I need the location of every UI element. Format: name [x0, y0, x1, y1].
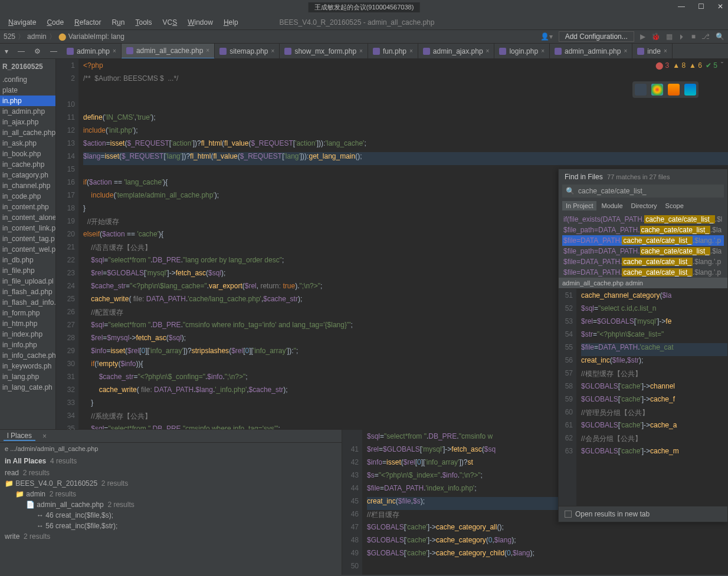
project-item[interactable]: in_content.php: [0, 202, 55, 212]
fif-result[interactable]: $file=DATA_PATH.cache_cate/cate_list_.$l…: [562, 256, 724, 267]
project-item[interactable]: in_content_alone: [0, 212, 55, 223]
usage-item[interactable]: write 2 results: [0, 531, 342, 542]
project-item[interactable]: in_index.php: [0, 329, 55, 340]
tab-admin_all_cache.php[interactable]: admin_all_cache.php×: [122, 44, 215, 59]
menu-navigate[interactable]: Navigate: [4, 17, 41, 28]
project-item[interactable]: in_db.php: [0, 255, 55, 265]
project-item[interactable]: in_all_cache.php: [0, 127, 55, 138]
tab-sitemap.php[interactable]: sitemap.php×: [215, 44, 280, 59]
fif-result[interactable]: $file=DATA_PATH.cache_cate/cate_list_.$l…: [562, 235, 724, 246]
project-root[interactable]: R_20160525: [0, 59, 55, 74]
scope-module[interactable]: Module: [598, 201, 626, 210]
scope-directory[interactable]: Directory: [628, 201, 661, 210]
project-item[interactable]: in_flash_ad.php: [0, 287, 55, 297]
user-icon[interactable]: 👤▾: [540, 32, 553, 41]
tab-places[interactable]: l Places: [4, 432, 35, 441]
phpstorm-icon[interactable]: [635, 84, 647, 96]
add-configuration-button[interactable]: Add Configuration...: [559, 31, 634, 42]
breadcrumbs: 525〉 admin〉 ⬤ VariableImpl: lang: [4, 32, 124, 42]
fif-result[interactable]: $file_path=DATA_PATH.cache_cate/cate_lis…: [562, 225, 724, 235]
firefox-icon[interactable]: [668, 84, 680, 96]
git-icon[interactable]: ⎇: [701, 32, 710, 41]
profiler-icon[interactable]: ⏵: [678, 32, 686, 41]
find-usages-panel[interactable]: l Places × e .../admin/admin_all_cache.p…: [0, 430, 342, 575]
minimize-icon[interactable]: —: [678, 2, 685, 11]
tab-admin.php[interactable]: admin.php×: [62, 44, 122, 59]
hide-icon[interactable]: —: [45, 47, 62, 55]
fif-result[interactable]: $file=DATA_PATH.cache_cate/cate_list_.$l…: [562, 267, 724, 278]
window-file-title: BEES_V4.0_R_20160525 - admin_all_cache.p…: [280, 18, 435, 27]
search-icon[interactable]: 🔍: [716, 32, 724, 41]
fif-query[interactable]: cache_cate/cate_list_: [578, 187, 646, 195]
run-icon[interactable]: ▶: [640, 32, 645, 41]
project-item[interactable]: in_cache.php: [0, 159, 55, 170]
crumb-0[interactable]: 525: [4, 32, 15, 41]
project-item[interactable]: in_lang.php: [0, 371, 55, 382]
tab-admin_admin.php[interactable]: admin_admin.php×: [550, 44, 632, 59]
usage-item[interactable]: 📁 admin 2 results: [0, 489, 342, 499]
fif-result[interactable]: $file_path=DATA_PATH.cache_cate/cate_lis…: [562, 246, 724, 256]
menu-run[interactable]: Run: [107, 17, 129, 28]
inspection-widget[interactable]: ⬤ 3 ▲ 8 ▲ 6 ✔ 5 ˇ: [655, 61, 723, 70]
usage-item[interactable]: 📄 admin_all_cache.php 2 results: [0, 499, 342, 510]
project-item[interactable]: in_book.php: [0, 149, 55, 159]
project-item[interactable]: in_content_tag.p: [0, 233, 55, 244]
project-item[interactable]: in_content_wel.p: [0, 244, 55, 255]
stop-icon[interactable]: ■: [691, 32, 696, 41]
project-tree[interactable]: R_20160525 .confingplatein.phpin_admin.p…: [0, 59, 56, 429]
tab-fun.php[interactable]: fun.php×: [368, 44, 418, 59]
usage-item[interactable]: ↔ 56 creat_inc($file,$str);: [0, 521, 342, 531]
usage-item[interactable]: read 2 results: [0, 468, 342, 478]
project-item[interactable]: .confing: [0, 74, 55, 85]
gear-icon[interactable]: ⚙: [29, 47, 45, 55]
tab-admin_ajax.php[interactable]: admin_ajax.php×: [418, 44, 495, 59]
menu-tools[interactable]: Tools: [130, 17, 156, 28]
project-item[interactable]: in_catagory.ph: [0, 170, 55, 180]
fif-result[interactable]: if(file_exists(DATA_PATH.cache_cate/cate…: [562, 214, 724, 225]
menu-code[interactable]: Code: [42, 17, 68, 28]
coverage-icon[interactable]: ▦: [666, 32, 673, 41]
project-item[interactable]: in_info.php: [0, 340, 55, 350]
project-item[interactable]: in_content_link.p: [0, 223, 55, 233]
fif-summary: 77 matches in 27 files: [607, 173, 670, 180]
project-item[interactable]: in_keywords.ph: [0, 361, 55, 371]
project-item[interactable]: in.php: [0, 96, 55, 106]
project-item[interactable]: in_admin.php: [0, 106, 55, 117]
collapse-icon[interactable]: —: [13, 47, 29, 55]
tab-show_mx_form.php[interactable]: show_mx_form.php×: [280, 44, 368, 59]
scope-scope[interactable]: Scope: [662, 201, 687, 210]
project-item[interactable]: in_info_cache.ph: [0, 350, 55, 361]
project-item[interactable]: in_htm.php: [0, 318, 55, 329]
crumb-2[interactable]: VariableImpl: lang: [68, 32, 124, 41]
project-item[interactable]: in_channel.php: [0, 180, 55, 191]
usage-item[interactable]: 📁 BEES_V4.0_R_20160525 2 results: [0, 478, 342, 489]
tab-login.php[interactable]: login.php×: [494, 44, 550, 59]
menu-help[interactable]: Help: [219, 17, 243, 28]
tab-close-icon[interactable]: ×: [42, 432, 47, 440]
open-new-tab-checkbox[interactable]: [565, 511, 572, 518]
maximize-icon[interactable]: ☐: [698, 2, 704, 11]
project-item[interactable]: in_ask.php: [0, 138, 55, 149]
find-in-files-popup[interactable]: Find in Files 77 matches in 27 files 🔍ca…: [558, 169, 728, 522]
usage-path: e .../admin/admin_all_cache.php: [0, 443, 342, 455]
menu-window[interactable]: Window: [183, 17, 218, 28]
menu-vcs[interactable]: VCS: [158, 17, 182, 28]
project-item[interactable]: in_file_upload.pl: [0, 276, 55, 287]
project-dropdown-icon[interactable]: ▾: [0, 47, 13, 55]
project-item[interactable]: in_lang_cate.ph: [0, 382, 55, 393]
close-icon[interactable]: ✕: [717, 2, 723, 11]
tab-inde[interactable]: inde×: [632, 44, 673, 59]
chrome-icon[interactable]: [651, 84, 663, 96]
project-item[interactable]: in_flash_ad_info.: [0, 297, 55, 308]
project-item[interactable]: in_file.php: [0, 265, 55, 276]
scope-project[interactable]: In Project: [562, 201, 596, 210]
project-item[interactable]: in_form.php: [0, 308, 55, 318]
project-item[interactable]: in_ajax.php: [0, 117, 55, 127]
project-item[interactable]: plate: [0, 85, 55, 96]
edge-icon[interactable]: [684, 84, 696, 96]
debug-icon[interactable]: 🐞: [651, 32, 660, 41]
menu-refactor[interactable]: Refactor: [70, 17, 106, 28]
usage-item[interactable]: ↔ 46 creat_inc($file,$s);: [0, 510, 342, 521]
crumb-1[interactable]: admin: [27, 32, 47, 41]
project-item[interactable]: in_code.php: [0, 191, 55, 202]
